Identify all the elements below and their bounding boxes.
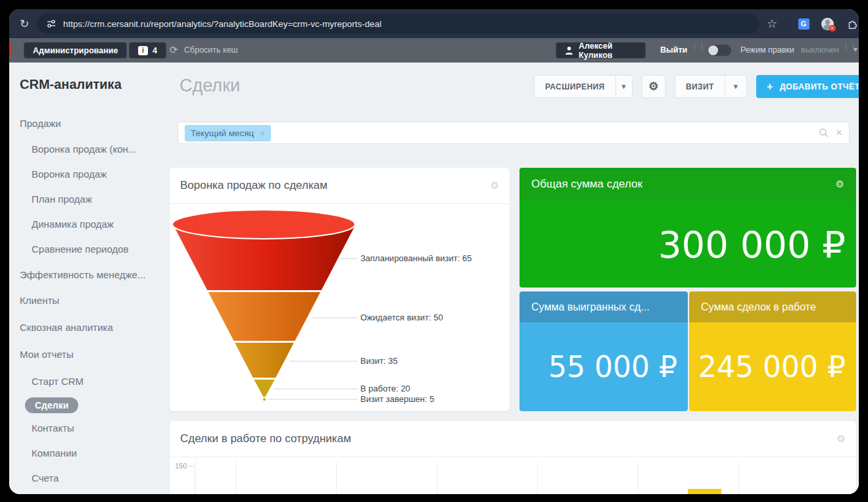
gear-icon[interactable]: ⚙ xyxy=(837,433,846,445)
sidebar-item-manager-efficiency[interactable]: Эффективность менедже... xyxy=(20,269,145,280)
translate-icon[interactable]: G xyxy=(797,17,810,30)
url-text[interactable]: https://crm.cersanit.ru/report/analytics… xyxy=(63,19,381,29)
funnel-stage-label: В работе: 20 xyxy=(360,384,410,393)
kpi-value: 245 000 ₽ xyxy=(689,322,856,411)
card-title: Воронка продаж по сделкам xyxy=(180,179,327,192)
card-title: Сделки в работе по сотрудникам xyxy=(180,432,351,445)
gridline xyxy=(336,462,337,494)
funnel-stage-label: Запланированный визит: 65 xyxy=(360,253,471,263)
drag-handle-icon[interactable]: ⋮⋮ xyxy=(842,43,850,50)
refresh-icon[interactable]: ⟳ xyxy=(170,44,178,56)
kpi-title: Сумма сделок в работе xyxy=(701,301,816,313)
search-icon[interactable] xyxy=(819,128,829,138)
y-axis-tick-label: 150 xyxy=(175,462,187,470)
chevron-down-icon[interactable]: ▾ xyxy=(725,76,746,97)
crm-analytics-app: CRM-аналитика Продажи Воронка продаж (ко… xyxy=(9,63,859,494)
chevron-down-icon[interactable]: ▾ xyxy=(615,76,632,97)
admin-toolbar: Администрирование i 4 ⟳ Сбросить кеш Але… xyxy=(9,38,859,63)
current-user-button[interactable]: Алексей Куликов xyxy=(556,42,646,59)
administration-button[interactable]: Администрирование xyxy=(24,42,127,59)
sidebar-item-deals-selected[interactable]: Сделки xyxy=(25,397,78,413)
clear-filter-icon[interactable]: × xyxy=(836,126,842,139)
sidebar-item-sales-funnel-conversion[interactable]: Воронка продаж (кон... xyxy=(32,143,136,155)
notification-count: 4 xyxy=(153,46,157,55)
chevron-down-icon[interactable]: ▾ xyxy=(854,45,857,54)
bar-chart-card: Сделки в работе по сотрудникам ⚙ 150 xyxy=(170,421,856,494)
gridline xyxy=(537,462,538,494)
kpi-card-won-deals: Сумма выигранных сд... 55 000 ₽ xyxy=(519,291,688,411)
kpi-value: 55 000 ₽ xyxy=(519,322,688,411)
sidebar-item-sales-plan[interactable]: План продаж xyxy=(32,193,92,205)
profile-avatar-icon[interactable]: × xyxy=(821,17,834,30)
cut-off-element xyxy=(9,44,12,57)
gridline xyxy=(437,462,437,494)
sidebar-item-my-reports[interactable]: Мои отчеты xyxy=(20,349,74,360)
page-title: Сделки xyxy=(180,76,240,96)
gridline xyxy=(235,462,236,494)
extensions-puzzle-icon[interactable] xyxy=(846,17,859,30)
logout-link[interactable]: Выйти xyxy=(660,45,687,55)
sidebar-item-end-to-end-analytics[interactable]: Сквозная аналитика xyxy=(20,322,113,333)
gear-icon[interactable]: ⚙ xyxy=(836,178,844,190)
sidebar-title: CRM-аналитика xyxy=(20,77,122,92)
board-settings-button[interactable]: ⚙ xyxy=(642,75,665,98)
add-report-button[interactable]: + ДОБАВИТЬ ОТЧЁТ xyxy=(756,75,859,98)
edit-mode-toggle[interactable] xyxy=(708,45,731,56)
browser-toolbar: ↻ https://crm.cersanit.ru/report/analyti… xyxy=(9,9,859,38)
gridline xyxy=(738,462,739,494)
kpi-card-total-deals: Общая сумма сделок ⚙ 300 000 ₽ xyxy=(519,168,856,288)
reload-icon[interactable]: ↻ xyxy=(20,17,29,31)
drag-handle-icon[interactable]: ⋮⋮ xyxy=(690,43,698,50)
user-icon xyxy=(565,46,573,55)
funnel-chart-card: Воронка продаж по сделкам ⚙ xyxy=(170,168,510,411)
browser-window: ↻ https://crm.cersanit.ru/report/analyti… xyxy=(9,9,859,494)
y-axis-line xyxy=(195,462,195,494)
sidebar-item-sales-dynamics[interactable]: Динамика продаж xyxy=(32,218,114,230)
funnel-chart xyxy=(170,204,510,408)
reset-cache-button[interactable]: Сбросить кеш xyxy=(184,45,238,55)
address-bar[interactable]: https://crm.cersanit.ru/report/analytics… xyxy=(37,14,759,34)
sidebar-item-invoices[interactable]: Счета xyxy=(32,472,59,484)
y-axis-tick xyxy=(189,466,193,466)
bookmark-star-icon[interactable]: ☆ xyxy=(765,17,779,30)
site-settings-icon[interactable] xyxy=(46,18,57,29)
gridline xyxy=(638,462,639,494)
notifications-button[interactable]: i 4 xyxy=(129,42,166,59)
edit-mode-label: Режим правки xyxy=(740,45,794,55)
edit-mode-state: выключен xyxy=(801,45,839,55)
sidebar-item-companies[interactable]: Компании xyxy=(32,447,77,459)
sidebar-item-sales[interactable]: Продажи xyxy=(20,118,61,129)
funnel-stage-label: Визит завершен: 5 xyxy=(360,394,434,404)
avatar-error-badge: × xyxy=(829,25,836,32)
filter-tag-current-month[interactable]: Текущий месяц × xyxy=(185,125,271,141)
extensions-button[interactable]: РАСШИРЕНИЯ ▾ xyxy=(534,75,633,98)
visit-button[interactable]: ВИЗИТ ▾ xyxy=(675,75,747,98)
sidebar-item-clients[interactable]: Клиенты xyxy=(20,295,59,306)
kpi-title: Сумма выигранных сд... xyxy=(531,301,650,313)
sidebar-item-sales-funnel[interactable]: Воронка продаж xyxy=(32,168,107,180)
kpi-card-deals-in-progress: Сумма сделок в работе 245 000 ₽ xyxy=(689,291,856,411)
gear-icon[interactable]: ⚙ xyxy=(491,180,499,191)
kpi-value: 300 000 ₽ xyxy=(519,201,856,288)
sidebar-item-period-comparison[interactable]: Сравнение периодов xyxy=(32,243,129,255)
funnel-stage-label: Ожидается визит: 50 xyxy=(360,313,443,322)
sidebar-item-start-crm[interactable]: Старт CRM xyxy=(32,376,84,387)
sidebar-item-contacts[interactable]: Контакты xyxy=(32,422,74,434)
kpi-title: Общая сумма сделок xyxy=(531,178,642,191)
info-icon: i xyxy=(138,46,148,55)
remove-tag-icon[interactable]: × xyxy=(260,128,265,138)
funnel-stage-label: Визит: 35 xyxy=(360,356,398,366)
user-name: Алексей Куликов xyxy=(579,41,637,60)
bar-yellow-partial xyxy=(688,489,721,494)
filter-search-input[interactable]: Текущий месяц × × xyxy=(178,122,850,144)
plus-icon: + xyxy=(767,81,773,93)
